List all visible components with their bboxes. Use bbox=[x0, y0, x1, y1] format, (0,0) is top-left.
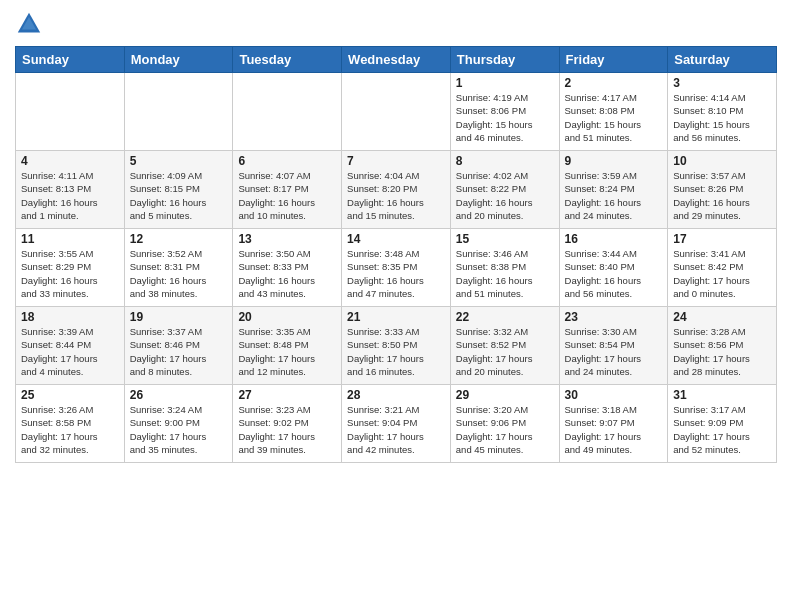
weekday-header-sunday: Sunday bbox=[16, 47, 125, 73]
weekday-header-friday: Friday bbox=[559, 47, 668, 73]
day-number: 9 bbox=[565, 154, 663, 168]
day-info: Sunrise: 3:46 AM Sunset: 8:38 PM Dayligh… bbox=[456, 247, 554, 300]
day-info: Sunrise: 3:18 AM Sunset: 9:07 PM Dayligh… bbox=[565, 403, 663, 456]
day-info: Sunrise: 3:41 AM Sunset: 8:42 PM Dayligh… bbox=[673, 247, 771, 300]
day-cell: 31Sunrise: 3:17 AM Sunset: 9:09 PM Dayli… bbox=[668, 385, 777, 463]
day-number: 5 bbox=[130, 154, 228, 168]
day-info: Sunrise: 3:52 AM Sunset: 8:31 PM Dayligh… bbox=[130, 247, 228, 300]
day-number: 17 bbox=[673, 232, 771, 246]
day-cell: 11Sunrise: 3:55 AM Sunset: 8:29 PM Dayli… bbox=[16, 229, 125, 307]
day-info: Sunrise: 3:57 AM Sunset: 8:26 PM Dayligh… bbox=[673, 169, 771, 222]
day-cell: 17Sunrise: 3:41 AM Sunset: 8:42 PM Dayli… bbox=[668, 229, 777, 307]
day-info: Sunrise: 4:17 AM Sunset: 8:08 PM Dayligh… bbox=[565, 91, 663, 144]
day-cell: 13Sunrise: 3:50 AM Sunset: 8:33 PM Dayli… bbox=[233, 229, 342, 307]
day-number: 16 bbox=[565, 232, 663, 246]
day-cell bbox=[16, 73, 125, 151]
day-number: 1 bbox=[456, 76, 554, 90]
day-number: 4 bbox=[21, 154, 119, 168]
day-cell: 14Sunrise: 3:48 AM Sunset: 8:35 PM Dayli… bbox=[342, 229, 451, 307]
day-info: Sunrise: 3:59 AM Sunset: 8:24 PM Dayligh… bbox=[565, 169, 663, 222]
weekday-header-thursday: Thursday bbox=[450, 47, 559, 73]
calendar-header: SundayMondayTuesdayWednesdayThursdayFrid… bbox=[16, 47, 777, 73]
day-cell: 25Sunrise: 3:26 AM Sunset: 8:58 PM Dayli… bbox=[16, 385, 125, 463]
day-cell: 20Sunrise: 3:35 AM Sunset: 8:48 PM Dayli… bbox=[233, 307, 342, 385]
weekday-header-monday: Monday bbox=[124, 47, 233, 73]
day-cell: 10Sunrise: 3:57 AM Sunset: 8:26 PM Dayli… bbox=[668, 151, 777, 229]
week-row-2: 4Sunrise: 4:11 AM Sunset: 8:13 PM Daylig… bbox=[16, 151, 777, 229]
weekday-header-tuesday: Tuesday bbox=[233, 47, 342, 73]
page: SundayMondayTuesdayWednesdayThursdayFrid… bbox=[0, 0, 792, 612]
day-cell bbox=[342, 73, 451, 151]
day-number: 25 bbox=[21, 388, 119, 402]
day-number: 12 bbox=[130, 232, 228, 246]
day-info: Sunrise: 4:02 AM Sunset: 8:22 PM Dayligh… bbox=[456, 169, 554, 222]
day-number: 28 bbox=[347, 388, 445, 402]
week-row-1: 1Sunrise: 4:19 AM Sunset: 8:06 PM Daylig… bbox=[16, 73, 777, 151]
weekday-header-wednesday: Wednesday bbox=[342, 47, 451, 73]
day-cell: 26Sunrise: 3:24 AM Sunset: 9:00 PM Dayli… bbox=[124, 385, 233, 463]
day-number: 22 bbox=[456, 310, 554, 324]
header bbox=[15, 10, 777, 38]
day-info: Sunrise: 3:30 AM Sunset: 8:54 PM Dayligh… bbox=[565, 325, 663, 378]
day-cell: 19Sunrise: 3:37 AM Sunset: 8:46 PM Dayli… bbox=[124, 307, 233, 385]
day-info: Sunrise: 4:07 AM Sunset: 8:17 PM Dayligh… bbox=[238, 169, 336, 222]
day-cell bbox=[233, 73, 342, 151]
day-info: Sunrise: 3:48 AM Sunset: 8:35 PM Dayligh… bbox=[347, 247, 445, 300]
day-number: 7 bbox=[347, 154, 445, 168]
day-cell: 3Sunrise: 4:14 AM Sunset: 8:10 PM Daylig… bbox=[668, 73, 777, 151]
day-number: 29 bbox=[456, 388, 554, 402]
day-number: 31 bbox=[673, 388, 771, 402]
day-info: Sunrise: 3:26 AM Sunset: 8:58 PM Dayligh… bbox=[21, 403, 119, 456]
day-cell: 22Sunrise: 3:32 AM Sunset: 8:52 PM Dayli… bbox=[450, 307, 559, 385]
day-info: Sunrise: 3:21 AM Sunset: 9:04 PM Dayligh… bbox=[347, 403, 445, 456]
day-cell bbox=[124, 73, 233, 151]
day-info: Sunrise: 4:09 AM Sunset: 8:15 PM Dayligh… bbox=[130, 169, 228, 222]
weekday-row: SundayMondayTuesdayWednesdayThursdayFrid… bbox=[16, 47, 777, 73]
day-info: Sunrise: 3:24 AM Sunset: 9:00 PM Dayligh… bbox=[130, 403, 228, 456]
day-cell: 5Sunrise: 4:09 AM Sunset: 8:15 PM Daylig… bbox=[124, 151, 233, 229]
day-number: 8 bbox=[456, 154, 554, 168]
day-info: Sunrise: 3:44 AM Sunset: 8:40 PM Dayligh… bbox=[565, 247, 663, 300]
day-cell: 30Sunrise: 3:18 AM Sunset: 9:07 PM Dayli… bbox=[559, 385, 668, 463]
logo bbox=[15, 10, 47, 38]
day-number: 27 bbox=[238, 388, 336, 402]
day-cell: 24Sunrise: 3:28 AM Sunset: 8:56 PM Dayli… bbox=[668, 307, 777, 385]
day-info: Sunrise: 3:28 AM Sunset: 8:56 PM Dayligh… bbox=[673, 325, 771, 378]
day-number: 20 bbox=[238, 310, 336, 324]
day-cell: 1Sunrise: 4:19 AM Sunset: 8:06 PM Daylig… bbox=[450, 73, 559, 151]
calendar-body: 1Sunrise: 4:19 AM Sunset: 8:06 PM Daylig… bbox=[16, 73, 777, 463]
day-info: Sunrise: 3:17 AM Sunset: 9:09 PM Dayligh… bbox=[673, 403, 771, 456]
day-cell: 4Sunrise: 4:11 AM Sunset: 8:13 PM Daylig… bbox=[16, 151, 125, 229]
week-row-5: 25Sunrise: 3:26 AM Sunset: 8:58 PM Dayli… bbox=[16, 385, 777, 463]
day-cell: 15Sunrise: 3:46 AM Sunset: 8:38 PM Dayli… bbox=[450, 229, 559, 307]
day-cell: 21Sunrise: 3:33 AM Sunset: 8:50 PM Dayli… bbox=[342, 307, 451, 385]
week-row-4: 18Sunrise: 3:39 AM Sunset: 8:44 PM Dayli… bbox=[16, 307, 777, 385]
week-row-3: 11Sunrise: 3:55 AM Sunset: 8:29 PM Dayli… bbox=[16, 229, 777, 307]
logo-icon bbox=[15, 10, 43, 38]
day-cell: 12Sunrise: 3:52 AM Sunset: 8:31 PM Dayli… bbox=[124, 229, 233, 307]
day-number: 2 bbox=[565, 76, 663, 90]
day-number: 23 bbox=[565, 310, 663, 324]
day-info: Sunrise: 3:20 AM Sunset: 9:06 PM Dayligh… bbox=[456, 403, 554, 456]
day-info: Sunrise: 4:14 AM Sunset: 8:10 PM Dayligh… bbox=[673, 91, 771, 144]
day-info: Sunrise: 3:32 AM Sunset: 8:52 PM Dayligh… bbox=[456, 325, 554, 378]
day-cell: 16Sunrise: 3:44 AM Sunset: 8:40 PM Dayli… bbox=[559, 229, 668, 307]
day-info: Sunrise: 3:23 AM Sunset: 9:02 PM Dayligh… bbox=[238, 403, 336, 456]
day-cell: 27Sunrise: 3:23 AM Sunset: 9:02 PM Dayli… bbox=[233, 385, 342, 463]
day-info: Sunrise: 3:33 AM Sunset: 8:50 PM Dayligh… bbox=[347, 325, 445, 378]
day-cell: 9Sunrise: 3:59 AM Sunset: 8:24 PM Daylig… bbox=[559, 151, 668, 229]
day-info: Sunrise: 3:37 AM Sunset: 8:46 PM Dayligh… bbox=[130, 325, 228, 378]
day-info: Sunrise: 4:04 AM Sunset: 8:20 PM Dayligh… bbox=[347, 169, 445, 222]
day-info: Sunrise: 4:11 AM Sunset: 8:13 PM Dayligh… bbox=[21, 169, 119, 222]
day-info: Sunrise: 3:55 AM Sunset: 8:29 PM Dayligh… bbox=[21, 247, 119, 300]
day-info: Sunrise: 4:19 AM Sunset: 8:06 PM Dayligh… bbox=[456, 91, 554, 144]
day-number: 24 bbox=[673, 310, 771, 324]
day-number: 10 bbox=[673, 154, 771, 168]
day-number: 30 bbox=[565, 388, 663, 402]
day-info: Sunrise: 3:35 AM Sunset: 8:48 PM Dayligh… bbox=[238, 325, 336, 378]
day-cell: 18Sunrise: 3:39 AM Sunset: 8:44 PM Dayli… bbox=[16, 307, 125, 385]
day-cell: 2Sunrise: 4:17 AM Sunset: 8:08 PM Daylig… bbox=[559, 73, 668, 151]
day-number: 19 bbox=[130, 310, 228, 324]
day-number: 15 bbox=[456, 232, 554, 246]
calendar: SundayMondayTuesdayWednesdayThursdayFrid… bbox=[15, 46, 777, 463]
